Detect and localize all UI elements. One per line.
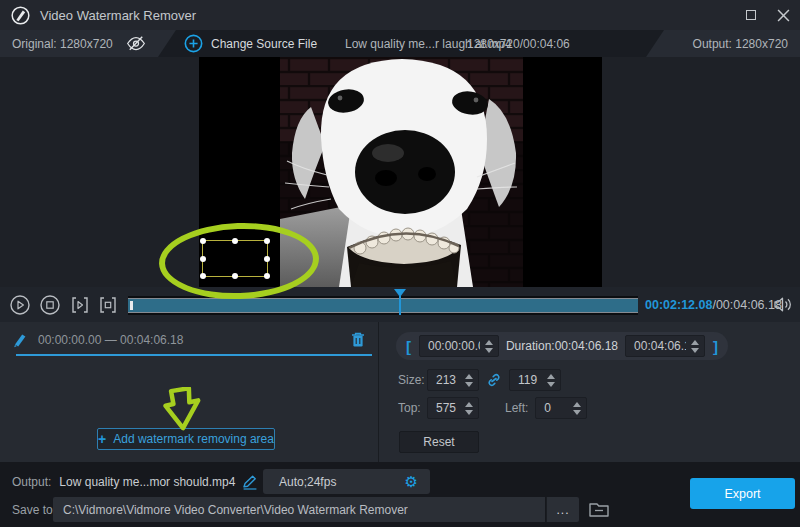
top-field [427,397,479,419]
maximize-button[interactable] [744,8,758,22]
position-row: Top: Left: [398,397,587,419]
export-button[interactable]: Export [690,478,795,509]
set-in-bracket-button[interactable]: [ [405,338,412,355]
delete-watermark-icon[interactable] [350,331,366,348]
browse-path-button[interactable]: ... [546,497,579,522]
set-out-bracket-button[interactable]: ] [712,338,719,355]
output-format-value: Auto;24fps [279,475,405,489]
format-settings-gear-icon[interactable]: ⚙ [405,474,418,489]
title-bar: Video Watermark Remover [0,0,800,30]
change-source-label: Change Source File [211,37,317,51]
total-time: /00:04:06.18 [712,298,782,312]
time-range-group: [ Duration:00:04:06.18 ] [396,332,728,360]
size-height-input[interactable] [510,373,542,387]
close-icon [777,9,790,22]
resize-handle[interactable] [200,256,206,262]
resize-handle[interactable] [264,273,270,279]
timeline-start-marker [130,301,133,310]
play-button[interactable] [10,295,30,315]
top-input[interactable] [428,401,460,415]
output-format-combo[interactable]: Auto;24fps ⚙ [263,469,430,494]
original-resolution-segment: Original: 1280x720 [0,30,176,57]
start-time-input[interactable] [420,339,480,353]
window-title: Video Watermark Remover [40,8,196,23]
size-height-field [509,369,561,391]
left-input[interactable] [536,401,568,415]
duration-label: Duration:00:04:06.18 [506,339,618,353]
end-time-field [625,335,705,357]
volume-icon[interactable] [773,296,793,313]
resize-handle[interactable] [264,238,270,244]
resize-handle[interactable] [232,273,238,279]
size-width-field [427,369,479,391]
output-label: Output: [12,475,51,489]
left-spinner[interactable] [568,402,586,415]
resize-handle[interactable] [200,238,206,244]
current-time: 00:02:12.08 [645,298,712,312]
resize-handle[interactable] [232,238,238,244]
app-logo-icon [10,5,31,26]
watermark-track-row[interactable]: 00:00:00.00 — 00:04:06.18 [0,325,378,356]
top-spinner[interactable] [460,402,478,415]
add-watermark-area-button[interactable]: + Add watermark removing area [97,428,275,450]
resize-handle[interactable] [264,256,270,262]
stop-button[interactable] [40,295,60,315]
end-time-spinner[interactable] [686,340,704,353]
timeline-slider[interactable] [128,298,638,313]
reset-button[interactable]: Reset [399,431,479,453]
left-field [535,397,587,419]
start-time-spinner[interactable] [480,340,498,353]
video-stage [0,57,800,287]
panel-divider [378,322,379,462]
output-resolution-label: Output: 1280x720 [693,37,788,51]
close-button[interactable] [776,8,790,22]
watermark-time-range: 00:00:00.00 — 00:04:06.18 [38,333,183,347]
add-watermark-area-label: Add watermark removing area [113,432,274,446]
maximize-icon [746,10,756,20]
source-fileinfo: 1280x720/00:04:06 [467,30,570,57]
transport-bar: 00:02:12.08/00:04:06.18 [0,287,800,322]
left-label: Left: [505,401,528,415]
size-width-input[interactable] [428,373,460,387]
output-filename: Low quality me...mor should.mp4 [59,475,235,489]
rename-pencil-icon[interactable] [241,474,259,490]
save-path-field [53,497,545,522]
middle-panel: 00:00:00.00 — 00:04:06.18 + Add watermar… [0,322,800,462]
plus-circle-icon [184,34,203,53]
toolbar: Original: 1280x720 Change Source File Lo… [0,30,800,57]
playhead-handle[interactable] [394,289,406,297]
size-width-spinner[interactable] [460,374,478,387]
save-path-input[interactable] [53,503,545,517]
original-resolution-label: Original: 1280x720 [12,37,113,51]
preview-eye-icon[interactable] [126,34,146,53]
change-source-file-button[interactable]: Change Source File [184,30,317,57]
save-to-label: Save to: [12,503,56,517]
size-label: Size: [398,373,427,387]
watermark-brush-icon [12,331,29,348]
top-label: Top: [398,401,427,415]
watermark-selection-box[interactable] [202,240,268,277]
lock-aspect-link-icon[interactable] [479,372,509,388]
start-time-field [419,335,499,357]
save-to-row: Save to: [12,498,56,522]
size-row: Size: [398,369,561,391]
bottom-bar: Output: Low quality me...mor should.mp4 … [0,462,800,527]
time-display: 00:02:12.08/00:04:06.18 [645,287,782,322]
open-folder-icon[interactable] [588,500,610,518]
selected-track-indicator [16,354,372,356]
set-end-point-button[interactable] [98,295,118,315]
app-window: Video Watermark Remover Original: 1280x7… [0,0,800,527]
set-start-point-button[interactable] [70,295,90,315]
end-time-input[interactable] [626,339,686,353]
output-resolution-segment: Output: 1280x720 [646,30,800,57]
resize-handle[interactable] [200,273,206,279]
plus-icon: + [98,432,106,446]
size-height-spinner[interactable] [542,374,560,387]
